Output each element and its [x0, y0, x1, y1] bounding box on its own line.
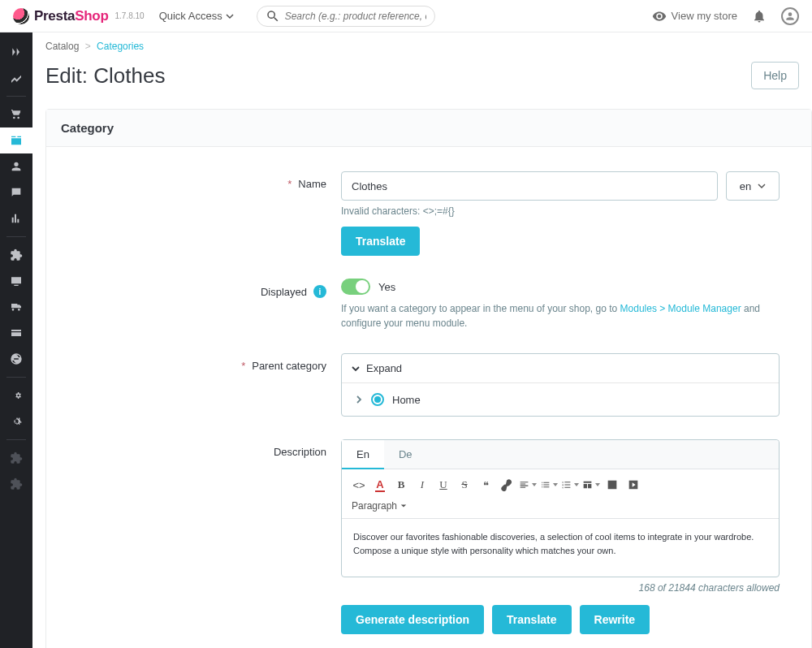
- sidebar-extra-2[interactable]: [0, 471, 32, 497]
- lang-label: en: [740, 180, 751, 192]
- menu-note: If you want a category to appear in the …: [341, 301, 780, 330]
- sidebar-divider: [6, 236, 26, 237]
- sidebar-advanced[interactable]: [0, 408, 32, 434]
- search-pill[interactable]: [257, 6, 435, 27]
- numbered-list-icon[interactable]: [561, 476, 579, 494]
- main-content: Catalog > Categories Edit: Clothes Help …: [32, 32, 812, 648]
- search-wrap: [257, 6, 435, 27]
- table-icon[interactable]: [582, 476, 600, 494]
- sidebar-international[interactable]: [0, 346, 32, 372]
- breadcrumb-categories[interactable]: Categories: [97, 41, 144, 52]
- translate-description-button[interactable]: Translate: [492, 605, 571, 634]
- tree-expand[interactable]: Expand: [342, 354, 779, 383]
- quick-access-menu[interactable]: Quick Access: [159, 10, 234, 22]
- sidebar-customer-service[interactable]: [0, 179, 32, 205]
- blockquote-icon[interactable]: ❝: [477, 476, 495, 494]
- topbar: PrestaShop 1.7.8.10 Quick Access View my…: [0, 0, 812, 32]
- sidebar-modules[interactable]: [0, 242, 32, 268]
- image-icon[interactable]: [603, 476, 621, 494]
- version-text: 1.7.8.10: [114, 11, 144, 20]
- lang-select[interactable]: en: [726, 171, 780, 201]
- logo[interactable]: PrestaShop: [13, 8, 108, 24]
- label-description: Description: [69, 439, 341, 458]
- tree-item-label: Home: [392, 394, 421, 406]
- required-mark: *: [287, 178, 292, 190]
- tab-de[interactable]: De: [384, 440, 427, 469]
- sidebar-design[interactable]: [0, 268, 32, 294]
- bell-icon[interactable]: [752, 9, 767, 24]
- bullet-list-icon[interactable]: [540, 476, 558, 494]
- page-header: Edit: Clothes Help: [32, 52, 812, 109]
- category-tree: Expand Home: [341, 353, 780, 417]
- rewrite-button[interactable]: Rewrite: [580, 605, 650, 634]
- row-parent: * Parent category Expand: [69, 353, 788, 417]
- displayed-toggle[interactable]: [341, 279, 370, 295]
- breadcrumb-sep: >: [85, 41, 91, 52]
- breadcrumb-catalog[interactable]: Catalog: [45, 41, 79, 52]
- text-color-icon[interactable]: A: [371, 476, 389, 494]
- sidebar-expand[interactable]: [0, 39, 32, 65]
- tree-item-home[interactable]: Home: [342, 383, 779, 416]
- chevron-down-icon: [226, 12, 234, 20]
- editor-tabs: En De: [342, 440, 779, 469]
- panel-body: * Name en Invalid characters: <>;=#{}: [46, 147, 811, 648]
- ai-buttons: Generate description Translate Rewrite: [341, 605, 780, 634]
- editor-content[interactable]: Discover our favorites fashionable disco…: [342, 519, 779, 577]
- sidebar-orders[interactable]: [0, 102, 32, 127]
- row-name: * Name en Invalid characters: <>;=#{}: [69, 171, 788, 256]
- view-store-label: View my store: [672, 10, 737, 22]
- displayed-value: Yes: [378, 281, 395, 293]
- editor-toolbar: <> A B I U S ❝: [342, 469, 779, 519]
- label-displayed: Displayed i: [69, 279, 341, 298]
- name-input[interactable]: [341, 171, 718, 201]
- generate-description-button[interactable]: Generate description: [341, 605, 484, 634]
- info-icon[interactable]: i: [313, 285, 326, 298]
- search-icon: [266, 9, 280, 24]
- row-description: Description En De <> A B: [69, 439, 788, 648]
- quick-access-label: Quick Access: [159, 10, 222, 22]
- topbar-right: View my store: [652, 7, 799, 25]
- label-parent: * Parent category: [69, 353, 341, 372]
- label-name: * Name: [69, 171, 341, 190]
- chevron-down-icon: [352, 365, 360, 373]
- sidebar-customers[interactable]: [0, 153, 32, 179]
- person-icon: [784, 11, 796, 22]
- radio-selected-icon: [371, 393, 384, 406]
- align-icon[interactable]: [519, 476, 537, 494]
- help-button[interactable]: Help: [751, 62, 799, 89]
- underline-icon[interactable]: U: [434, 476, 452, 494]
- eye-icon: [652, 9, 667, 24]
- logo-mark-icon: [13, 8, 29, 24]
- bold-icon[interactable]: B: [392, 476, 410, 494]
- category-panel: Category * Name en: [45, 109, 812, 648]
- strike-icon[interactable]: S: [456, 476, 473, 494]
- translate-button[interactable]: Translate: [341, 227, 420, 256]
- tab-en[interactable]: En: [342, 440, 384, 469]
- profile-avatar[interactable]: [781, 7, 799, 25]
- sidebar-divider: [6, 439, 26, 440]
- char-count: 168 of 21844 characters allowed: [341, 582, 780, 594]
- expand-label: Expand: [366, 362, 402, 374]
- sidebar-dashboard[interactable]: [0, 65, 32, 91]
- required-mark: *: [241, 360, 245, 372]
- row-displayed: Displayed i Yes If you want a category t…: [69, 279, 788, 330]
- sidebar-catalog[interactable]: [0, 127, 32, 153]
- sidebar-payment[interactable]: [0, 320, 32, 346]
- breadcrumb: Catalog > Categories: [32, 32, 812, 52]
- link-icon[interactable]: [498, 476, 516, 494]
- search-input[interactable]: [285, 11, 426, 22]
- italic-icon[interactable]: I: [413, 476, 431, 494]
- sidebar-divider: [6, 377, 26, 378]
- sidebar-divider: [6, 96, 26, 97]
- module-manager-link[interactable]: Modules > Module Manager: [620, 303, 741, 314]
- page-title: Edit: Clothes: [45, 63, 165, 89]
- view-store-link[interactable]: View my store: [652, 9, 737, 24]
- sidebar-stats[interactable]: [0, 205, 32, 231]
- paragraph-select[interactable]: Paragraph: [350, 497, 771, 512]
- video-icon[interactable]: [624, 476, 642, 494]
- sidebar-shipping[interactable]: [0, 294, 32, 320]
- source-code-icon[interactable]: <>: [350, 476, 368, 494]
- sidebar-shop-params[interactable]: [0, 382, 32, 408]
- sidebar-extra-1[interactable]: [0, 445, 32, 471]
- caret-down-icon: [400, 503, 407, 509]
